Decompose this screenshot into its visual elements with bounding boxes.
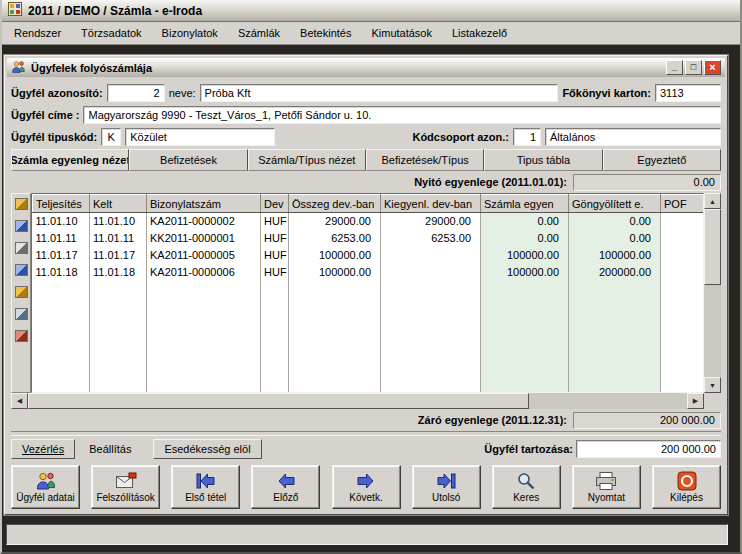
table-cell[interactable] — [661, 281, 705, 298]
table-cell[interactable] — [147, 281, 261, 298]
table-cell[interactable]: 29000.00 — [381, 213, 481, 230]
table-cell[interactable] — [661, 315, 705, 332]
table-cell[interactable] — [381, 349, 481, 366]
table-cell[interactable]: 29000.00 — [289, 213, 381, 230]
table-row[interactable]: 11.01.1711.01.17KA2011-0000005HUF100000.… — [33, 247, 705, 264]
table-cell[interactable]: 11.01.17 — [33, 247, 90, 264]
column-header-bizonylatszam[interactable]: Bizonylatszám — [147, 195, 261, 213]
ledger-card-field[interactable]: 3113 — [655, 84, 721, 102]
keres-button[interactable]: Keres — [492, 465, 561, 509]
table-cell[interactable] — [90, 315, 147, 332]
table-cell[interactable] — [261, 349, 289, 366]
child-titlebar[interactable]: Ügyfelek folyószámlája _ □ × — [7, 58, 725, 77]
table-cell[interactable] — [481, 298, 569, 315]
table-cell[interactable] — [481, 349, 569, 366]
table-cell[interactable] — [33, 315, 90, 332]
table-cell[interactable] — [147, 315, 261, 332]
codegroup-id-field[interactable]: 1 — [513, 128, 541, 146]
toolbar-icon-1[interactable] — [15, 198, 28, 210]
table-cell[interactable] — [289, 349, 381, 366]
table-cell[interactable]: 100000.00 — [481, 247, 569, 264]
elozo-button[interactable]: Előző — [251, 465, 320, 509]
table-cell[interactable] — [33, 383, 90, 394]
column-header-kiegyenl-dev-ban[interactable]: Kiegyenl. dev-ban — [381, 195, 481, 213]
table-cell[interactable] — [661, 298, 705, 315]
menu-kimutatasok[interactable]: Kimutatások — [362, 24, 441, 42]
table-cell[interactable] — [481, 366, 569, 383]
table-cell[interactable] — [381, 247, 481, 264]
table-cell[interactable]: 6253.00 — [381, 230, 481, 247]
column-header-kelt[interactable]: Kelt — [90, 195, 147, 213]
table-cell[interactable] — [261, 281, 289, 298]
table-empty-row[interactable] — [33, 315, 705, 332]
customer-id-field[interactable]: 2 — [107, 84, 165, 102]
table-cell[interactable] — [289, 298, 381, 315]
tab-tipus-tabla[interactable]: Tipus tábla — [484, 149, 602, 171]
customer-typecode-field[interactable]: K — [101, 128, 121, 146]
customer-typecode-name-field[interactable]: Közület — [125, 128, 275, 146]
elso-tetel-button[interactable]: Első tétel — [171, 465, 240, 509]
tab-vezerles[interactable]: Vezérlés — [11, 439, 75, 459]
table-cell[interactable] — [33, 281, 90, 298]
table-cell[interactable] — [261, 332, 289, 349]
table-cell[interactable] — [289, 366, 381, 383]
table-cell[interactable] — [381, 298, 481, 315]
felszolitasok-button[interactable]: Felszólítások — [91, 465, 160, 509]
table-cell[interactable]: 0.00 — [481, 213, 569, 230]
table-cell[interactable] — [289, 332, 381, 349]
column-header-dev[interactable]: Dev — [261, 195, 289, 213]
utolso-button[interactable]: Utolsó — [412, 465, 481, 509]
table-cell[interactable]: 11.01.17 — [90, 247, 147, 264]
close-icon[interactable]: × — [704, 60, 721, 75]
table-cell[interactable] — [289, 281, 381, 298]
table-cell[interactable] — [147, 349, 261, 366]
menu-torzsadatok[interactable]: Törzsadatok — [72, 24, 151, 42]
horizontal-scrollbar[interactable]: ◀ ▶ — [11, 393, 721, 409]
table-cell[interactable] — [33, 332, 90, 349]
column-header-pof[interactable]: POF — [661, 195, 705, 213]
column-header-osszeg-dev-ban[interactable]: Összeg dev.-ban — [289, 195, 381, 213]
table-empty-row[interactable] — [33, 281, 705, 298]
table-cell[interactable] — [569, 298, 661, 315]
table-cell[interactable] — [381, 264, 481, 281]
tab-szamla-tipus-nezet[interactable]: Számla/Típus nézet — [248, 149, 366, 171]
table-cell[interactable] — [661, 332, 705, 349]
table-cell[interactable]: 11.01.10 — [33, 213, 90, 230]
table-cell[interactable] — [661, 349, 705, 366]
table-cell[interactable]: KK2011-0000001 — [147, 230, 261, 247]
table-cell[interactable] — [33, 349, 90, 366]
table-cell[interactable] — [261, 298, 289, 315]
table-cell[interactable]: 0.00 — [569, 213, 661, 230]
table-cell[interactable] — [569, 383, 661, 394]
column-header-szamla-egyen[interactable]: Számla egyen — [481, 195, 569, 213]
table-cell[interactable] — [661, 213, 705, 230]
table-cell[interactable] — [569, 349, 661, 366]
customer-debt-field[interactable]: 200 000.00 — [576, 440, 721, 458]
table-empty-row[interactable] — [33, 298, 705, 315]
table-cell[interactable] — [289, 383, 381, 394]
table-row[interactable]: 11.01.1811.01.18KA2011-0000006HUF100000.… — [33, 264, 705, 281]
codegroup-name-field[interactable]: Általános — [545, 128, 721, 146]
table-cell[interactable] — [33, 298, 90, 315]
table-cell[interactable] — [481, 315, 569, 332]
customer-name-field[interactable]: Próba Kft — [200, 84, 559, 102]
table-cell[interactable] — [381, 366, 481, 383]
table-cell[interactable]: KA2011-0000002 — [147, 213, 261, 230]
table-cell[interactable]: HUF — [261, 213, 289, 230]
nyomtat-button[interactable]: Nyomtat — [572, 465, 641, 509]
table-cell[interactable] — [90, 349, 147, 366]
column-header-gongyolitett-e[interactable]: Göngyölített e. — [569, 195, 661, 213]
table-cell[interactable]: 11.01.11 — [90, 230, 147, 247]
table-cell[interactable] — [661, 366, 705, 383]
tab-beallitas[interactable]: Beállítás — [78, 439, 142, 459]
table-cell[interactable] — [661, 264, 705, 281]
table-cell[interactable] — [381, 383, 481, 394]
menu-bizonylatok[interactable]: Bizonylatok — [153, 24, 227, 42]
table-cell[interactable] — [661, 383, 705, 394]
table-cell[interactable] — [90, 366, 147, 383]
table-cell[interactable]: 6253.00 — [289, 230, 381, 247]
table-cell[interactable]: KA2011-0000006 — [147, 264, 261, 281]
table-cell[interactable] — [147, 383, 261, 394]
table-cell[interactable] — [661, 230, 705, 247]
kilepes-button[interactable]: Kilépés — [652, 465, 721, 509]
